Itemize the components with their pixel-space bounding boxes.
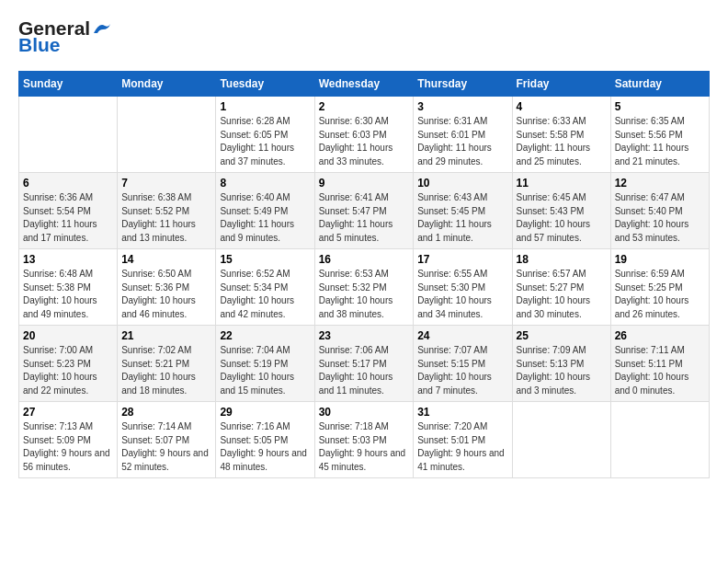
calendar-cell: 25Sunrise: 7:09 AM Sunset: 5:13 PM Dayli… xyxy=(512,326,610,402)
day-number: 18 xyxy=(517,253,607,266)
weekday-header: Thursday xyxy=(414,72,512,97)
calendar-week-row: 20Sunrise: 7:00 AM Sunset: 5:23 PM Dayli… xyxy=(19,326,710,402)
day-info: Sunrise: 7:11 AM Sunset: 5:11 PM Dayligh… xyxy=(615,344,705,397)
day-number: 5 xyxy=(615,100,705,113)
day-info: Sunrise: 6:45 AM Sunset: 5:43 PM Dayligh… xyxy=(517,191,607,245)
day-number: 21 xyxy=(121,329,211,342)
day-number: 14 xyxy=(121,253,211,266)
calendar-week-row: 1Sunrise: 6:28 AM Sunset: 6:05 PM Daylig… xyxy=(19,97,710,173)
calendar-cell: 8Sunrise: 6:40 AM Sunset: 5:49 PM Daylig… xyxy=(216,173,314,249)
day-info: Sunrise: 7:09 AM Sunset: 5:13 PM Dayligh… xyxy=(517,344,607,397)
day-number: 17 xyxy=(417,253,507,266)
weekday-header: Monday xyxy=(118,72,216,97)
day-number: 12 xyxy=(615,177,705,190)
day-number: 28 xyxy=(121,406,211,419)
day-number: 27 xyxy=(23,406,113,419)
calendar-cell xyxy=(512,402,610,478)
weekday-header: Friday xyxy=(512,72,610,97)
calendar-cell xyxy=(19,97,118,173)
day-info: Sunrise: 6:43 AM Sunset: 5:45 PM Dayligh… xyxy=(417,191,507,245)
calendar-cell: 5Sunrise: 6:35 AM Sunset: 5:56 PM Daylig… xyxy=(610,97,709,173)
calendar-cell: 13Sunrise: 6:48 AM Sunset: 5:38 PM Dayli… xyxy=(19,249,118,326)
calendar-cell: 26Sunrise: 7:11 AM Sunset: 5:11 PM Dayli… xyxy=(610,326,709,402)
day-number: 6 xyxy=(23,177,113,190)
day-info: Sunrise: 6:47 AM Sunset: 5:40 PM Dayligh… xyxy=(615,191,705,245)
day-info: Sunrise: 7:02 AM Sunset: 5:21 PM Dayligh… xyxy=(121,344,211,397)
day-info: Sunrise: 6:53 AM Sunset: 5:32 PM Dayligh… xyxy=(319,268,410,321)
weekday-header: Tuesday xyxy=(216,72,314,97)
calendar-cell: 14Sunrise: 6:50 AM Sunset: 5:36 PM Dayli… xyxy=(118,249,216,326)
calendar-header-row: SundayMondayTuesdayWednesdayThursdayFrid… xyxy=(19,72,710,97)
calendar-cell: 23Sunrise: 7:06 AM Sunset: 5:17 PM Dayli… xyxy=(314,326,414,402)
day-info: Sunrise: 7:14 AM Sunset: 5:07 PM Dayligh… xyxy=(121,420,211,474)
day-number: 9 xyxy=(319,177,410,190)
day-number: 29 xyxy=(220,406,310,419)
calendar-cell: 12Sunrise: 6:47 AM Sunset: 5:40 PM Dayli… xyxy=(610,173,709,249)
day-number: 20 xyxy=(23,329,113,342)
day-info: Sunrise: 6:57 AM Sunset: 5:27 PM Dayligh… xyxy=(517,268,607,321)
day-info: Sunrise: 7:16 AM Sunset: 5:05 PM Dayligh… xyxy=(220,420,310,474)
calendar-cell: 4Sunrise: 6:33 AM Sunset: 5:58 PM Daylig… xyxy=(512,97,610,173)
day-info: Sunrise: 6:35 AM Sunset: 5:56 PM Dayligh… xyxy=(615,115,705,168)
calendar-cell: 20Sunrise: 7:00 AM Sunset: 5:23 PM Dayli… xyxy=(19,326,118,402)
calendar-cell: 27Sunrise: 7:13 AM Sunset: 5:09 PM Dayli… xyxy=(19,402,118,478)
day-info: Sunrise: 7:06 AM Sunset: 5:17 PM Dayligh… xyxy=(319,344,410,397)
calendar-cell: 9Sunrise: 6:41 AM Sunset: 5:47 PM Daylig… xyxy=(314,173,414,249)
calendar-cell: 31Sunrise: 7:20 AM Sunset: 5:01 PM Dayli… xyxy=(414,402,512,478)
day-number: 30 xyxy=(319,406,410,419)
calendar-cell: 6Sunrise: 6:36 AM Sunset: 5:54 PM Daylig… xyxy=(19,173,118,249)
day-info: Sunrise: 6:28 AM Sunset: 6:05 PM Dayligh… xyxy=(220,115,310,168)
day-number: 25 xyxy=(517,329,607,342)
calendar-cell: 2Sunrise: 6:30 AM Sunset: 6:03 PM Daylig… xyxy=(314,97,414,173)
calendar-cell: 3Sunrise: 6:31 AM Sunset: 6:01 PM Daylig… xyxy=(414,97,512,173)
calendar-cell: 28Sunrise: 7:14 AM Sunset: 5:07 PM Dayli… xyxy=(118,402,216,478)
day-info: Sunrise: 6:30 AM Sunset: 6:03 PM Dayligh… xyxy=(319,115,410,168)
day-number: 8 xyxy=(220,177,310,190)
page-header: General Blue xyxy=(18,18,710,56)
day-info: Sunrise: 6:55 AM Sunset: 5:30 PM Dayligh… xyxy=(417,268,507,321)
day-number: 26 xyxy=(615,329,705,342)
calendar-cell: 10Sunrise: 6:43 AM Sunset: 5:45 PM Dayli… xyxy=(414,173,512,249)
calendar-cell xyxy=(610,402,709,478)
day-number: 22 xyxy=(220,329,310,342)
logo: General Blue xyxy=(18,18,112,56)
day-number: 15 xyxy=(220,253,310,266)
calendar-week-row: 27Sunrise: 7:13 AM Sunset: 5:09 PM Dayli… xyxy=(19,402,710,478)
day-info: Sunrise: 7:07 AM Sunset: 5:15 PM Dayligh… xyxy=(417,344,507,397)
calendar-cell: 1Sunrise: 6:28 AM Sunset: 6:05 PM Daylig… xyxy=(216,97,314,173)
calendar-cell: 21Sunrise: 7:02 AM Sunset: 5:21 PM Dayli… xyxy=(118,326,216,402)
calendar-cell: 7Sunrise: 6:38 AM Sunset: 5:52 PM Daylig… xyxy=(118,173,216,249)
day-number: 11 xyxy=(517,177,607,190)
calendar-cell: 29Sunrise: 7:16 AM Sunset: 5:05 PM Dayli… xyxy=(216,402,314,478)
day-number: 31 xyxy=(417,406,507,419)
day-number: 1 xyxy=(220,100,310,113)
calendar-cell: 18Sunrise: 6:57 AM Sunset: 5:27 PM Dayli… xyxy=(512,249,610,326)
calendar-cell: 11Sunrise: 6:45 AM Sunset: 5:43 PM Dayli… xyxy=(512,173,610,249)
day-info: Sunrise: 6:38 AM Sunset: 5:52 PM Dayligh… xyxy=(121,191,211,245)
day-number: 13 xyxy=(23,253,113,266)
calendar-week-row: 13Sunrise: 6:48 AM Sunset: 5:38 PM Dayli… xyxy=(19,249,710,326)
day-info: Sunrise: 7:00 AM Sunset: 5:23 PM Dayligh… xyxy=(23,344,113,397)
day-number: 24 xyxy=(417,329,507,342)
day-info: Sunrise: 6:40 AM Sunset: 5:49 PM Dayligh… xyxy=(220,191,310,245)
calendar-cell: 19Sunrise: 6:59 AM Sunset: 5:25 PM Dayli… xyxy=(610,249,709,326)
calendar-cell: 15Sunrise: 6:52 AM Sunset: 5:34 PM Dayli… xyxy=(216,249,314,326)
day-info: Sunrise: 6:50 AM Sunset: 5:36 PM Dayligh… xyxy=(121,268,211,321)
day-number: 4 xyxy=(517,100,607,113)
calendar-cell xyxy=(118,97,216,173)
day-number: 7 xyxy=(121,177,211,190)
day-info: Sunrise: 7:18 AM Sunset: 5:03 PM Dayligh… xyxy=(319,420,410,474)
calendar-cell: 24Sunrise: 7:07 AM Sunset: 5:15 PM Dayli… xyxy=(414,326,512,402)
logo-blue: Blue xyxy=(18,34,61,56)
weekday-header: Saturday xyxy=(610,72,709,97)
day-info: Sunrise: 6:31 AM Sunset: 6:01 PM Dayligh… xyxy=(417,115,507,168)
calendar-cell: 30Sunrise: 7:18 AM Sunset: 5:03 PM Dayli… xyxy=(314,402,414,478)
day-number: 23 xyxy=(319,329,410,342)
day-info: Sunrise: 6:41 AM Sunset: 5:47 PM Dayligh… xyxy=(319,191,410,245)
calendar-cell: 16Sunrise: 6:53 AM Sunset: 5:32 PM Dayli… xyxy=(314,249,414,326)
day-info: Sunrise: 6:36 AM Sunset: 5:54 PM Dayligh… xyxy=(23,191,113,245)
day-number: 2 xyxy=(319,100,410,113)
calendar-cell: 17Sunrise: 6:55 AM Sunset: 5:30 PM Dayli… xyxy=(414,249,512,326)
day-info: Sunrise: 7:04 AM Sunset: 5:19 PM Dayligh… xyxy=(220,344,310,397)
day-info: Sunrise: 7:20 AM Sunset: 5:01 PM Dayligh… xyxy=(417,420,507,474)
